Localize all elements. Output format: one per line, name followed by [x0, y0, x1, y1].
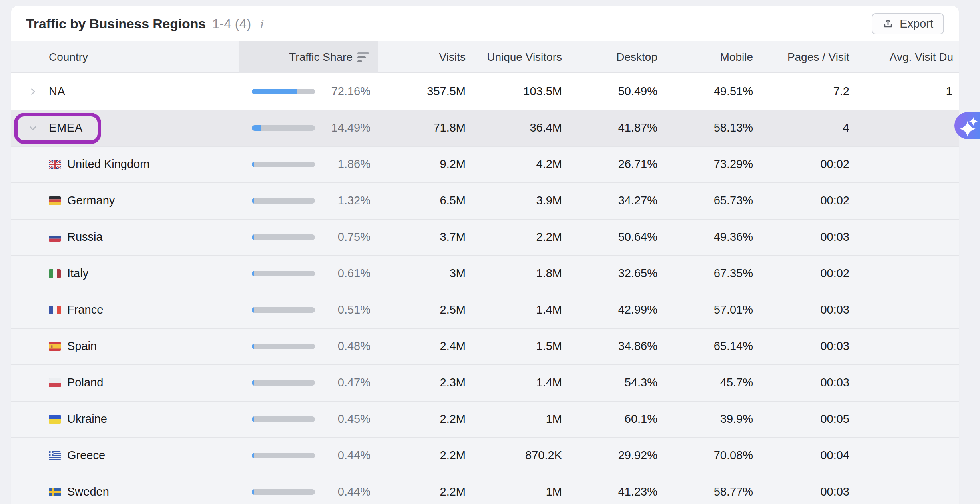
- desktop-value: 60.1%: [570, 401, 665, 437]
- column-header-pages[interactable]: Pages / Visit: [761, 41, 857, 73]
- column-header-desktop[interactable]: Desktop: [570, 41, 665, 73]
- visits-value: 2.2M: [378, 437, 474, 474]
- visits-value: 71.8M: [378, 110, 474, 146]
- table-row-emea[interactable]: EMEA 14.49% 71.8M 36.4M 41.87% 58.13% 4: [11, 110, 959, 146]
- table-row-poland: Poland 0.47% 2.3M 1.4M 54.3% 45.7% 00:03: [11, 364, 959, 401]
- traffic-share-bar: [252, 416, 315, 422]
- unique-visitors-value: 1.8M: [474, 255, 570, 292]
- column-header-visits[interactable]: Visits: [378, 41, 474, 73]
- mobile-value: 49.36%: [665, 219, 761, 255]
- country-cell: United Kingdom: [11, 146, 239, 182]
- unique-text: 870.2K: [525, 449, 562, 462]
- traffic-share-cell: 0.51%: [239, 292, 378, 328]
- pages-text: 00:04: [820, 449, 849, 462]
- traffic-share-value: 1.86%: [327, 158, 370, 171]
- chevron-right-icon[interactable]: [28, 87, 38, 96]
- pages-per-visit-value: 00:03: [761, 364, 857, 401]
- mobile-value: 70.08%: [665, 437, 761, 474]
- visits-text: 2.3M: [440, 376, 466, 389]
- pages-text: 00:03: [820, 485, 849, 498]
- desktop-value: 50.64%: [570, 219, 665, 255]
- pages-per-visit-value: 7.2: [761, 73, 857, 110]
- desktop-text: 41.87%: [618, 121, 657, 134]
- country-cell: France: [11, 292, 239, 328]
- traffic-share-bar-fill: [252, 307, 254, 313]
- visits-value: 2.5M: [378, 292, 474, 328]
- traffic-share-bar: [252, 307, 315, 313]
- mobile-value: 65.73%: [665, 182, 761, 219]
- traffic-share-bar-fill: [252, 453, 254, 458]
- column-header-label: Traffic Share: [289, 51, 353, 64]
- column-header-label: Unique Visitors: [487, 51, 562, 64]
- desktop-text: 34.86%: [618, 340, 657, 353]
- country-cell: Sweden: [11, 474, 239, 504]
- result-range: 1-4 (4): [212, 16, 251, 32]
- country-cell: Greece: [11, 437, 239, 474]
- pages-text: 00:02: [820, 267, 849, 280]
- avg-visit-duration-value: [857, 328, 959, 364]
- table-row-ukraine: Ukraine 0.45% 2.2M 1M 60.1% 39.9% 00:05: [11, 401, 959, 437]
- visits-value: 3.7M: [378, 219, 474, 255]
- avg-visit-duration-value: [857, 401, 959, 437]
- pages-per-visit-value: 00:03: [761, 328, 857, 364]
- chevron-down-icon[interactable]: [28, 123, 38, 133]
- traffic-share-cell: 72.16%: [239, 73, 378, 110]
- traffic-share-bar-fill: [252, 198, 254, 204]
- visits-text: 3M: [450, 267, 466, 280]
- desktop-text: 50.64%: [618, 230, 657, 244]
- country-name: France: [67, 303, 103, 316]
- pages-text: 00:03: [820, 340, 849, 353]
- column-header-share[interactable]: Traffic Share: [239, 41, 378, 73]
- mobile-value: 45.7%: [665, 364, 761, 401]
- unique-text: 1.4M: [536, 376, 562, 389]
- unique-text: 4.2M: [536, 158, 562, 171]
- unique-text: 103.5M: [523, 85, 562, 98]
- table-row-france: France 0.51% 2.5M 1.4M 42.99% 57.01% 00:…: [11, 292, 959, 328]
- flag-se-icon: [49, 488, 61, 496]
- unique-text: 2.2M: [536, 230, 562, 244]
- country-cell: Ukraine: [11, 401, 239, 437]
- desktop-text: 29.92%: [618, 449, 657, 462]
- desktop-value: 34.86%: [570, 328, 665, 364]
- ai-assistant-button[interactable]: [954, 112, 980, 139]
- country-cell: Italy: [11, 255, 239, 292]
- mobile-text: 57.01%: [714, 303, 753, 316]
- visits-text: 2.4M: [440, 340, 466, 353]
- avg-visit-duration-value: [857, 110, 959, 146]
- desktop-value: 42.99%: [570, 292, 665, 328]
- traffic-share-bar-fill: [252, 162, 254, 167]
- column-header-country[interactable]: Country: [11, 41, 239, 73]
- traffic-share-value: 0.51%: [327, 303, 370, 316]
- info-icon[interactable]: i: [257, 17, 263, 31]
- unique-text: 1M: [546, 412, 562, 426]
- visits-text: 3.7M: [440, 230, 466, 244]
- traffic-share-bar-fill: [252, 489, 254, 495]
- traffic-share-value: 0.75%: [327, 230, 370, 244]
- table-row-na[interactable]: NA 72.16% 357.5M 103.5M 50.49% 49.51% 7.…: [11, 73, 959, 110]
- unique-visitors-value: 4.2M: [474, 146, 570, 182]
- traffic-share-value: 0.48%: [327, 340, 370, 353]
- traffic-share-value: 0.44%: [327, 485, 370, 498]
- avg-visit-duration-value: [857, 219, 959, 255]
- avg-text: 1: [946, 85, 952, 98]
- table-row-greece: Greece 0.44% 2.2M 870.2K 29.92% 70.08% 0…: [11, 437, 959, 474]
- traffic-share-bar: [252, 89, 315, 94]
- avg-visit-duration-value: [857, 364, 959, 401]
- unique-text: 36.4M: [530, 121, 562, 134]
- desktop-text: 32.65%: [618, 267, 657, 280]
- desktop-value: 29.92%: [570, 437, 665, 474]
- traffic-share-cell: 0.45%: [239, 401, 378, 437]
- mobile-value: 67.35%: [665, 255, 761, 292]
- pages-text: 00:05: [820, 412, 849, 426]
- column-header-mobile[interactable]: Mobile: [665, 41, 761, 73]
- mobile-text: 70.08%: [714, 449, 753, 462]
- traffic-share-cell: 0.47%: [239, 364, 378, 401]
- pages-per-visit-value: 00:03: [761, 292, 857, 328]
- visits-text: 71.8M: [433, 121, 466, 134]
- traffic-by-business-regions-card: Traffic by Business Regions 1-4 (4) i Ex…: [11, 6, 959, 504]
- mobile-value: 65.14%: [665, 328, 761, 364]
- column-header-avg[interactable]: Avg. Visit Du: [857, 41, 959, 73]
- column-header-unique[interactable]: Unique Visitors: [474, 41, 570, 73]
- export-button[interactable]: Export: [872, 13, 944, 34]
- pages-text: 00:03: [820, 230, 849, 244]
